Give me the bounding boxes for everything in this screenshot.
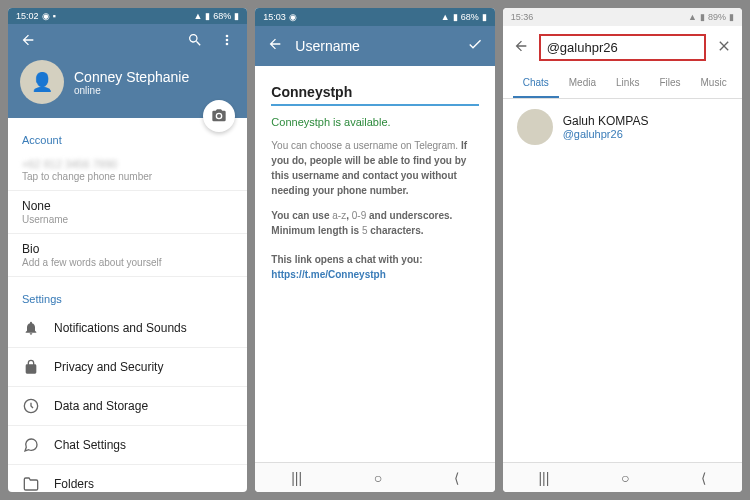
settings-label: Data and Storage	[54, 399, 148, 413]
bio-row[interactable]: Bio Add a few words about yourself	[8, 234, 247, 277]
data-icon	[22, 397, 40, 415]
profile-presence: online	[74, 85, 189, 96]
nav-back[interactable]: ⟨	[454, 470, 459, 486]
nav-back[interactable]: ⟨	[701, 470, 706, 486]
battery-icon: ▮	[482, 12, 487, 22]
username-body: Conneystph is available. You can choose …	[255, 66, 494, 462]
status-bar: 15:36 ▲ ▮ 89% ▮	[503, 8, 742, 26]
screen-username: 15:03 ◉ ▲ ▮ 68% ▮ Username Conneystph is…	[255, 8, 494, 492]
username-link-intro: This link opens a chat with you:	[271, 252, 478, 267]
phone-row[interactable]: +62 812 3456 7890 Tap to change phone nu…	[8, 150, 247, 191]
settings-label: Privacy and Security	[54, 360, 163, 374]
back-icon[interactable]	[20, 32, 36, 52]
settings-notifications[interactable]: Notifications and Sounds	[8, 309, 247, 348]
battery-icon: ▮	[729, 12, 734, 22]
username-desc-1: You can choose a username on Telegram. I…	[271, 138, 478, 198]
signal-icon: ▮	[453, 12, 458, 22]
settings-chat[interactable]: Chat Settings	[8, 426, 247, 465]
settings-label: Notifications and Sounds	[54, 321, 187, 335]
settings-data[interactable]: Data and Storage	[8, 387, 247, 426]
status-bar: 15:02 ◉ ▪ ▲ ▮ 68% ▮	[8, 8, 247, 24]
tab-media[interactable]: Media	[559, 69, 606, 98]
bell-icon	[22, 319, 40, 337]
whatsapp-icon: ◉	[42, 11, 50, 21]
folder-icon	[22, 475, 40, 492]
nav-recents[interactable]: |||	[538, 470, 549, 486]
status-time: 15:02	[16, 11, 39, 21]
clear-icon[interactable]	[716, 38, 732, 58]
username-input[interactable]	[271, 80, 478, 106]
back-icon[interactable]	[267, 36, 283, 56]
confirm-icon[interactable]	[467, 36, 483, 56]
nav-home[interactable]: ○	[374, 470, 382, 486]
settings-section-label: Settings	[8, 277, 247, 309]
username-row[interactable]: None Username	[8, 191, 247, 234]
signal-icon: ▮	[700, 12, 705, 22]
settings-privacy[interactable]: Privacy and Security	[8, 348, 247, 387]
battery-label: 68%	[213, 11, 231, 21]
username-desc-2: You can use a-z, 0-9 and underscores. Mi…	[271, 208, 478, 238]
status-time: 15:03	[263, 12, 286, 22]
battery-icon: ▮	[234, 11, 239, 21]
username-value: None	[22, 199, 233, 213]
nav-bar: ||| ○ ⟨	[255, 462, 494, 492]
screen-profile: 15:02 ◉ ▪ ▲ ▮ 68% ▮ 👤 Conney Stephanie o…	[8, 8, 247, 492]
status-time: 15:36	[511, 12, 534, 22]
username-available: Conneystph is available.	[271, 116, 478, 128]
tab-links[interactable]: Links	[606, 69, 649, 98]
avatar[interactable]: 👤	[20, 60, 64, 104]
nav-recents[interactable]: |||	[291, 470, 302, 486]
search-result[interactable]: Galuh KOMPAS @galuhpr26	[503, 99, 742, 155]
search-icon[interactable]	[187, 32, 203, 52]
username-label: Username	[22, 214, 233, 225]
phone-hint: Tap to change phone number	[22, 171, 233, 182]
back-icon[interactable]	[513, 38, 529, 58]
result-username: @galuhpr26	[563, 128, 649, 140]
nav-bar: ||| ○ ⟨	[503, 462, 742, 492]
wifi-icon: ▲	[193, 11, 202, 21]
search-tabs: Chats Media Links Files Music	[503, 69, 742, 99]
wifi-icon: ▲	[688, 12, 697, 22]
bio-hint: Add a few words about yourself	[22, 257, 233, 268]
search-header: @galuhpr26	[503, 26, 742, 69]
header-title: Username	[295, 38, 454, 54]
battery-label: 89%	[708, 12, 726, 22]
tab-music[interactable]: Music	[691, 69, 737, 98]
settings-label: Folders	[54, 477, 94, 491]
notif-icon: ▪	[53, 11, 56, 21]
result-avatar	[517, 109, 553, 145]
whatsapp-icon: ◉	[289, 12, 297, 22]
screen-search: 15:36 ▲ ▮ 89% ▮ @galuhpr26 Chats Media L…	[503, 8, 742, 492]
phone-number: +62 812 3456 7890	[22, 158, 233, 170]
profile-header: 👤 Conney Stephanie online	[8, 24, 247, 118]
settings-folders[interactable]: Folders	[8, 465, 247, 492]
profile-name: Conney Stephanie	[74, 69, 189, 85]
battery-label: 68%	[461, 12, 479, 22]
chat-icon	[22, 436, 40, 454]
tab-files[interactable]: Files	[649, 69, 690, 98]
header: Username	[255, 26, 494, 66]
tab-chats[interactable]: Chats	[513, 69, 559, 98]
settings-label: Chat Settings	[54, 438, 126, 452]
nav-home[interactable]: ○	[621, 470, 629, 486]
result-name: Galuh KOMPAS	[563, 114, 649, 128]
wifi-icon: ▲	[441, 12, 450, 22]
username-link[interactable]: https://t.me/Conneystph	[271, 269, 478, 280]
lock-icon	[22, 358, 40, 376]
bio-value: Bio	[22, 242, 233, 256]
search-input[interactable]: @galuhpr26	[539, 34, 706, 61]
status-bar: 15:03 ◉ ▲ ▮ 68% ▮	[255, 8, 494, 26]
signal-icon: ▮	[205, 11, 210, 21]
more-icon[interactable]	[219, 32, 235, 52]
